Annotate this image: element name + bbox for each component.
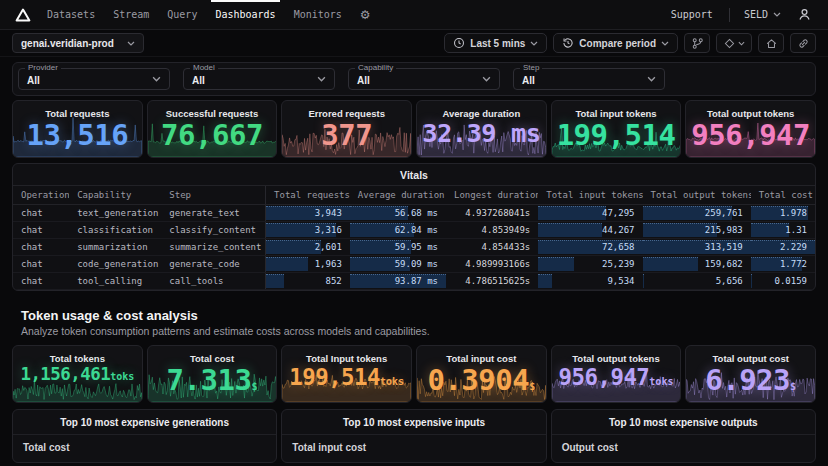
org-label: SELD [744,9,768,20]
cell-value: 0.0159 [774,276,807,286]
cell-value: tool_calling [77,276,142,286]
kpi-card-total-cost: Total cost 7.313$ [147,345,278,403]
nav-item-query[interactable]: Query [158,0,206,30]
filter-value: All [192,75,205,86]
cell-value: 93.87 ms [395,276,438,286]
org-menu-button[interactable]: SELD [736,9,789,20]
nav-item-label: Dashboards [215,9,275,20]
main-nav: DatasetsStreamQueryDashboardsMonitors [38,0,351,30]
dashboard-select[interactable]: genai.veridian-prod [12,33,144,53]
cell-value: chat [21,242,43,252]
flow-branch-button[interactable] [684,33,710,53]
nav-item-dashboards[interactable]: Dashboards [206,0,284,30]
table-cell: 4.786515625s [446,273,538,290]
cell-value: 56.68 ms [395,208,438,218]
cell-value: 4.854433s [481,242,530,252]
cell-value: 44,267 [602,225,635,235]
kpi-number: 7.313 [167,363,252,397]
nav-item-label: Datasets [47,9,95,20]
nav-item-datasets[interactable]: Datasets [38,0,104,30]
cell-value: 59.09 ms [395,259,438,269]
kpi-card-total-tokens: Total tokens 1,156,461toks [12,345,143,403]
kpi-number: 377 [321,118,372,152]
kpi-number: 13,516 [26,118,128,152]
nav-item-stream[interactable]: Stream [104,0,158,30]
top10-column-header: Total input cost [282,435,545,460]
kpi-number: 199,514 [289,364,380,390]
cell-value: 5,656 [716,276,743,286]
cell-data-bar [538,206,606,220]
table-row: chatclassificationclassify_content3,3166… [13,222,815,239]
gear-icon[interactable]: ⚙ [353,8,378,22]
filter-select-step[interactable]: Step All [513,68,665,90]
cell-value: generate_text [169,208,239,218]
kpi-value: 199,514toks [282,365,411,390]
cell-value: 1.31 [785,225,807,235]
table-cell: 62.84 ms [350,222,446,239]
share-link-button[interactable] [790,33,816,53]
section-subtitle: Analyze token consumption patterns and e… [21,325,807,337]
column-header: Longest duration [446,186,538,205]
time-range-button[interactable]: Last 5 mins [444,33,547,53]
filter-select-capability[interactable]: Capability All [348,68,500,90]
cell-value: 4.989993166s [465,259,530,269]
cell-value: chat [21,225,43,235]
chevron-down-icon [773,12,781,17]
filter-select-provider[interactable]: Provider All [18,68,170,90]
chevron-down-icon [661,41,669,46]
kpi-unit: toks [380,376,404,387]
cell-data-bar [538,223,601,237]
kpi-number: 956,947 [559,364,650,390]
table-cell: 4.989993166s [446,256,538,273]
cell-value: 9,534 [607,276,634,286]
cell-value: 72,658 [602,242,635,252]
nav-divider [729,8,730,22]
cell-value: 4.937268041s [465,208,530,218]
token-section-header: Token usage & cost analysis Analyze toke… [0,296,828,341]
cell-value: 25,239 [602,259,635,269]
filter-label: Provider [25,63,61,72]
kpi-number: 0.3904 [427,363,529,397]
column-header: Total input tokens [538,186,642,205]
cell-data-bar [266,240,321,254]
table-cell: 4.854433s [446,239,538,256]
home-button[interactable] [758,33,784,53]
cell-value: 2,601 [315,242,342,252]
kpi-card-errored-requests: Errored requests 377 [281,100,412,158]
table-cell: 2,601 [266,239,350,256]
cell-data-bar [538,257,574,271]
top10-column-header: Total cost [13,435,276,460]
kpi-value: 7.313$ [148,365,277,397]
filter-select-model[interactable]: Model All [183,68,335,90]
compare-period-button[interactable]: Compare period [553,33,678,53]
chevron-down-icon [482,76,491,82]
cell-value: 2.229 [780,242,807,252]
top-nav: DatasetsStreamQueryDashboardsMonitors ⚙ … [0,0,828,30]
column-header: Total requests [266,186,350,205]
cell-value: 3,316 [315,225,342,235]
column-header: Total output tokens [643,186,751,205]
nav-item-monitors[interactable]: Monitors [285,0,351,30]
kpi-value: 199,514 [552,120,681,152]
table-cell: 44,267 [538,222,642,239]
user-icon[interactable] [791,7,818,22]
kpi-value: 6.923$ [686,365,815,397]
kpi-card-total-input-cost: Total input cost 0.3904$ [416,345,547,403]
kpi-number: 6.923 [705,363,790,397]
kpi-unit: $ [251,381,257,392]
axiom-logo[interactable] [10,8,36,22]
cell-value: 1.978 [780,208,807,218]
section-title: Token usage & cost analysis [21,308,807,323]
table-cell: 72,658 [538,239,642,256]
table-cell: chat [13,222,69,239]
cell-value: 159,682 [705,259,743,269]
table-cell: summarization [69,239,161,256]
kpi-card-total-output-cost: Total output cost 6.923$ [685,345,816,403]
home-icon [765,37,778,50]
link-icon [797,37,810,50]
support-link[interactable]: Support [661,9,723,20]
annotations-button[interactable] [716,33,752,53]
cell-data-bar [643,274,645,288]
cell-value: summarize_content [169,242,261,252]
table-cell: 2.229 [751,239,815,256]
